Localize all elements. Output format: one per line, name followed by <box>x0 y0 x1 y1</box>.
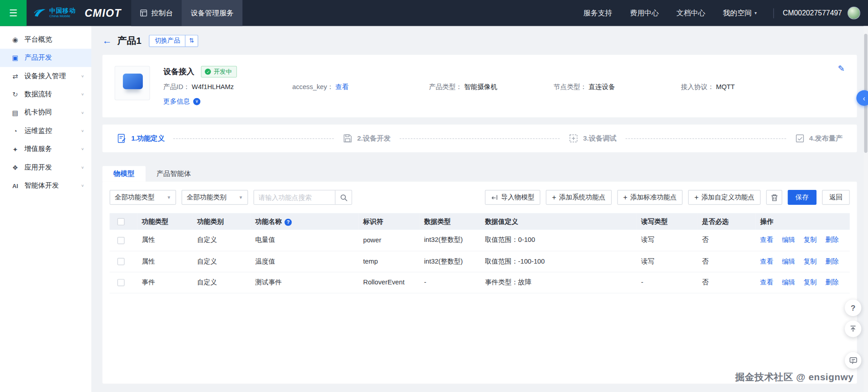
add-standard-function-button[interactable]: + 添加标准功能点 <box>617 190 683 205</box>
my-space-label: 我的空间 <box>723 8 752 18</box>
chevron-down-icon: ∨ <box>81 92 84 96</box>
edit-link[interactable]: 编辑 <box>782 236 795 244</box>
avatar[interactable] <box>848 7 860 19</box>
tab-thing-model[interactable]: 物模型 <box>103 166 146 181</box>
table-header-row: 功能类型 功能类别 功能名称? 标识符 数据类型 数据值定义 读写类型 是否必选… <box>109 213 849 230</box>
sidebar-item-product-development[interactable]: ▣ 产品开发 <box>0 49 91 67</box>
search-button[interactable] <box>335 190 352 204</box>
sidebar-item-device-access-management[interactable]: ⇄ 设备接入管理 ∨ <box>0 67 91 85</box>
sidebar-item-app-development[interactable]: ❖ 应用开发 ∨ <box>0 158 91 176</box>
step-release-production[interactable]: 4.发布量产 <box>795 133 843 143</box>
function-type-select[interactable]: 全部功能类型 ▼ <box>109 190 176 205</box>
switch-product-button[interactable]: 切换产品 ⇅ <box>149 35 198 47</box>
china-mobile-logo: 中国移动 China Mobile <box>33 8 75 18</box>
link-service-support[interactable]: 服务支持 <box>584 8 613 18</box>
button-label: 导入物模型 <box>501 193 534 202</box>
cell-rw-type: - <box>637 272 698 293</box>
chevron-down-icon: ∨ <box>81 184 84 188</box>
step-label: 4.发布量产 <box>809 134 843 143</box>
help-floating-button[interactable]: ? <box>845 299 862 316</box>
tab-console[interactable]: 控制台 <box>131 0 181 26</box>
row-checkbox[interactable] <box>118 279 125 286</box>
watermark: 掘金技术社区 @ ensignwy <box>735 371 854 383</box>
link-cost-center[interactable]: 费用中心 <box>630 8 659 18</box>
back-button[interactable]: ← <box>103 35 112 46</box>
col-actions: 操作 <box>760 217 773 225</box>
link-doc-center[interactable]: 文档中心 <box>676 8 705 18</box>
back-to-top-floating-button[interactable] <box>845 321 862 337</box>
status-badge: 开发中 <box>201 66 237 78</box>
sidebar-item-ai-agent-development[interactable]: AI 智能体开发 ∨ <box>0 177 91 195</box>
button-label: 添加标准功能点 <box>630 193 677 202</box>
switch-product-label: 切换产品 <box>150 37 185 45</box>
step-device-development[interactable]: 2.设备开发 <box>343 133 391 143</box>
view-link[interactable]: 查看 <box>760 236 773 244</box>
edit-link[interactable]: 编辑 <box>782 257 795 265</box>
cell-func-name: 测试事件 <box>251 272 359 293</box>
add-system-function-button[interactable]: + 添加系统功能点 <box>546 190 612 205</box>
copy-link[interactable]: 复制 <box>804 257 817 265</box>
edit-icon[interactable]: ✎ <box>838 64 844 74</box>
sidebar-item-label: 智能体开发 <box>24 181 59 190</box>
row-checkbox[interactable] <box>118 237 125 244</box>
cell-identifier: power <box>359 230 420 251</box>
step-device-debugging[interactable]: 3.设备调试 <box>569 133 617 143</box>
select-value: 全部功能类别 <box>187 193 226 202</box>
edit-link[interactable]: 编辑 <box>782 278 795 286</box>
return-button[interactable]: 返回 <box>822 190 849 205</box>
row-checkbox[interactable] <box>118 258 125 265</box>
cell-data-type: int32(整数型) <box>420 230 481 251</box>
step-label: 3.设备调试 <box>583 134 617 143</box>
function-search <box>254 190 352 205</box>
import-thing-model-button[interactable]: 导入物模型 <box>485 190 540 205</box>
step-connector <box>174 138 334 139</box>
doc-edit-icon <box>117 133 127 143</box>
sidebar-item-platform-overview[interactable]: ◉ 平台概览 <box>0 30 91 48</box>
chat-icon <box>849 357 857 364</box>
save-button[interactable]: 保存 <box>788 190 816 205</box>
field-access-key: access_key： 查看 <box>292 82 429 92</box>
select-all-checkbox[interactable] <box>118 218 125 226</box>
scrollbar[interactable] <box>863 26 868 392</box>
chevron-down-icon: ∨ <box>81 165 84 170</box>
more-info-link[interactable]: 更多信息 ∨ <box>163 97 844 106</box>
sim-card-icon: ▤ <box>11 109 19 117</box>
thing-model-panel: 全部功能类型 ▼ 全部功能类别 ▼ 导入物模型 <box>103 182 857 384</box>
col-required: 是否必选 <box>702 217 729 225</box>
tab-console-label: 控制台 <box>151 8 173 18</box>
ai-icon: AI <box>11 182 19 189</box>
sidebar-item-label: 增值服务 <box>24 145 52 154</box>
my-space-dropdown[interactable]: 我的空间 ▾ <box>723 8 757 18</box>
trash-icon <box>770 194 778 201</box>
sidebar-item-label: 产品开发 <box>24 53 52 63</box>
delete-link[interactable]: 删除 <box>826 236 839 244</box>
add-custom-function-button[interactable]: + 添加自定义功能点 <box>689 190 761 205</box>
copy-link[interactable]: 复制 <box>804 236 817 244</box>
sidebar-item-data-flow[interactable]: ↻ 数据流转 ∨ <box>0 85 91 104</box>
cell-identifier: RolloverEvent <box>359 272 420 293</box>
view-access-key-link[interactable]: 查看 <box>335 83 349 91</box>
function-category-select[interactable]: 全部功能类别 ▼ <box>182 190 248 205</box>
sidebar-item-sim-collaboration[interactable]: ▤ 机卡协同 ∨ <box>0 104 91 122</box>
delete-batch-button[interactable] <box>766 190 783 205</box>
cell-data-type: int32(整数型) <box>420 251 481 272</box>
tab-device-management-service[interactable]: 设备管理服务 <box>182 0 243 26</box>
cell-value-def: 取值范围：-100-100 <box>481 251 637 272</box>
delete-link[interactable]: 删除 <box>826 257 839 265</box>
copy-link[interactable]: 复制 <box>804 278 817 286</box>
help-icon[interactable]: ? <box>284 218 292 226</box>
tab-product-agent[interactable]: 产品智能体 <box>145 166 202 181</box>
sidebar-item-value-added-services[interactable]: ✦ 增值服务 ∨ <box>0 140 91 158</box>
hamburger-menu-button[interactable]: ☰ <box>0 0 27 26</box>
step-function-definition[interactable]: 1.功能定义 <box>117 133 165 143</box>
view-link[interactable]: 查看 <box>760 257 773 265</box>
feedback-floating-button[interactable] <box>845 352 862 369</box>
delete-link[interactable]: 删除 <box>826 278 839 286</box>
page-title: 产品1 <box>118 34 142 47</box>
search-input[interactable] <box>254 190 335 204</box>
arrow-up-icon <box>849 325 857 333</box>
chevron-down-icon: ▾ <box>755 10 757 15</box>
view-link[interactable]: 查看 <box>760 278 773 286</box>
cell-func-type: 事件 <box>137 272 193 293</box>
sidebar-item-ops-monitoring[interactable]: ◔ 运维监控 ∨ <box>0 122 91 140</box>
